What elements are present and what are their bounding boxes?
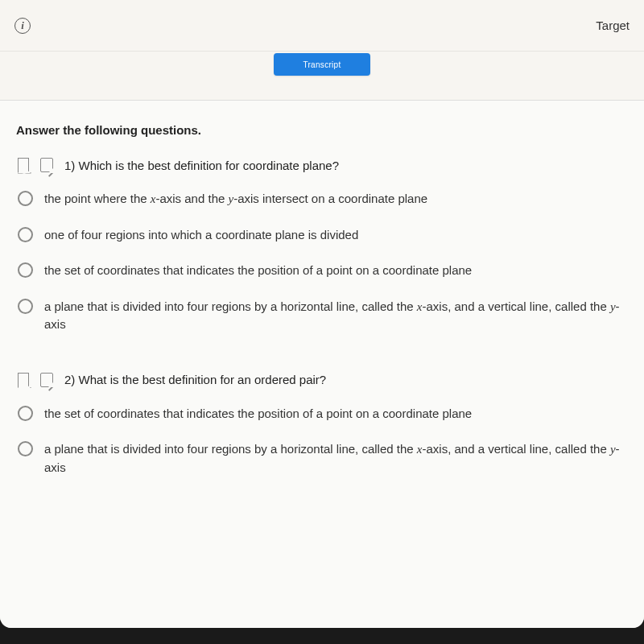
sub-bar: Transcript xyxy=(0,52,644,100)
q1-option-b[interactable]: one of four regions into which a coordin… xyxy=(16,226,628,245)
quiz-heading: Answer the following questions. xyxy=(16,123,628,137)
question-1-number: 1) xyxy=(64,159,75,172)
q1-option-a[interactable]: the point where the x-axis and the y-axi… xyxy=(16,190,628,208)
q2-option-a[interactable]: the set of coordinates that indicates th… xyxy=(16,405,628,423)
radio-icon[interactable] xyxy=(18,227,33,242)
q2-option-a-text: the set of coordinates that indicates th… xyxy=(44,405,472,423)
question-2-text: 2) What is the best definition for an or… xyxy=(64,373,326,386)
question-1-header: 1) Which is the best definition for coor… xyxy=(16,158,628,172)
radio-icon[interactable] xyxy=(18,406,33,421)
question-1-text: 1) Which is the best definition for coor… xyxy=(64,159,339,172)
note-icon[interactable] xyxy=(40,373,53,387)
note-icon[interactable] xyxy=(40,158,53,172)
transcript-button[interactable]: Transcript xyxy=(274,53,370,76)
question-2-prompt: What is the best definition for an order… xyxy=(79,373,327,386)
target-label: Target xyxy=(596,19,630,32)
q1-option-d[interactable]: a plane that is divided into four region… xyxy=(16,298,628,334)
info-icon[interactable]: i xyxy=(14,18,31,34)
bookmark-icon[interactable] xyxy=(18,373,29,387)
bookmark-icon[interactable] xyxy=(18,158,29,172)
q1-option-c[interactable]: the set of coordinates that indicates th… xyxy=(16,262,628,280)
q1-option-d-text: a plane that is divided into four region… xyxy=(44,298,628,334)
question-1-prompt: Which is the best definition for coordin… xyxy=(79,159,340,172)
question-2-header: 2) What is the best definition for an or… xyxy=(16,373,628,387)
radio-icon[interactable] xyxy=(18,441,33,456)
radio-icon[interactable] xyxy=(18,299,33,314)
quiz-panel: Answer the following questions. 1) Which… xyxy=(0,100,644,628)
radio-icon[interactable] xyxy=(18,262,33,278)
app-frame: i Target Transcript Answer the following… xyxy=(0,0,644,628)
q2-option-b-text: a plane that is divided into four region… xyxy=(44,440,628,477)
radio-icon[interactable] xyxy=(18,191,33,206)
q1-option-a-text: the point where the x-axis and the y-axi… xyxy=(44,190,427,208)
question-2-number: 2) xyxy=(64,373,75,386)
q2-option-b[interactable]: a plane that is divided into four region… xyxy=(16,440,628,477)
q1-option-c-text: the set of coordinates that indicates th… xyxy=(44,262,472,280)
top-bar: i Target xyxy=(0,0,644,52)
q1-option-b-text: one of four regions into which a coordin… xyxy=(44,226,358,245)
